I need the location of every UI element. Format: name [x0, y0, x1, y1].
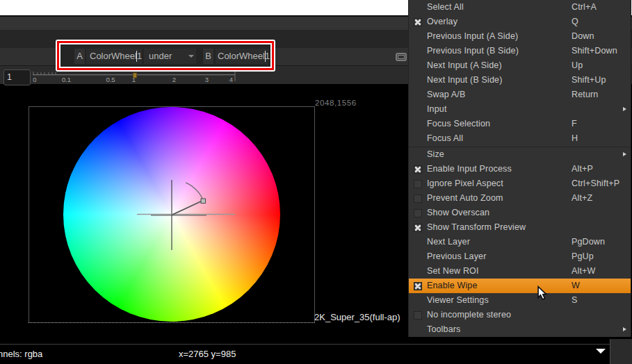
svg-text:0.5: 0.5	[106, 76, 115, 83]
svg-text:4: 4	[229, 76, 233, 83]
svg-text:2: 2	[172, 76, 176, 83]
svg-text:0.1: 0.1	[62, 76, 71, 83]
svg-text:3: 3	[205, 76, 209, 83]
svg-text:0: 0	[33, 76, 36, 83]
